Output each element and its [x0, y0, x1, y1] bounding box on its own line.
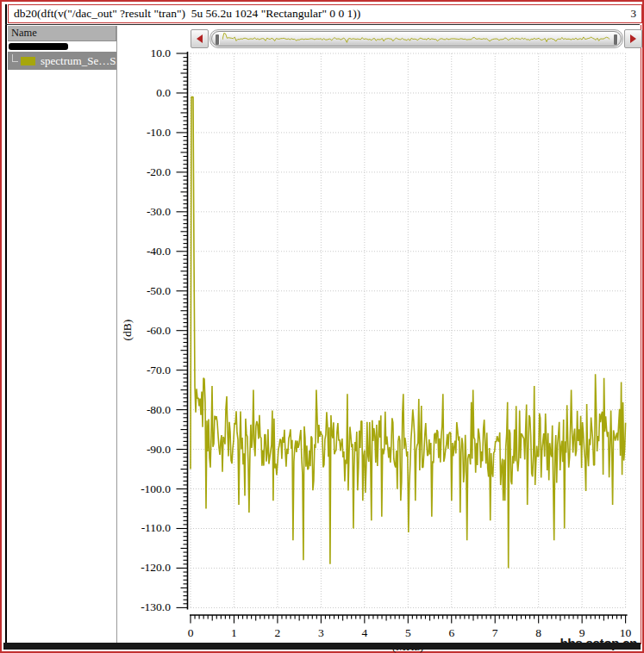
- x-tick-label: 9: [567, 626, 597, 640]
- y-tick-label: -130.0: [112, 600, 171, 614]
- x-tick-label: 8: [524, 626, 553, 640]
- y-tick-label: -70.0: [112, 364, 171, 377]
- y-tick-label: -20.0: [112, 165, 171, 179]
- y-tick-label: -80.0: [112, 403, 171, 417]
- y-tick-label: -40.0: [112, 245, 171, 258]
- y-tick-label: -60.0: [112, 324, 171, 338]
- y-tick-label: 10.0: [112, 47, 171, 60]
- y-tick-label: -30.0: [112, 205, 171, 219]
- x-tick-label: 10: [611, 626, 641, 640]
- x-tick-label: 0: [176, 626, 205, 640]
- y-tick-label: -50.0: [112, 284, 171, 298]
- waveform-window: db20(dft(v("/dac_out" ?result "tran") 5u…: [0, 0, 644, 653]
- x-tick-label: 1: [219, 626, 248, 640]
- y-tick-label: -90.0: [112, 443, 171, 457]
- y-tick-label: 0.0: [112, 86, 171, 100]
- bottom-strip: [3, 643, 641, 650]
- x-tick-label: 4: [350, 626, 379, 640]
- y-tick-label: -100.0: [112, 482, 171, 496]
- x-tick-label: 5: [393, 626, 422, 640]
- spectrum-plot[interactable]: [2, 2, 644, 653]
- x-tick-label: 6: [437, 626, 466, 640]
- x-tick-label: 3: [306, 626, 335, 640]
- x-axis-ruler: [190, 615, 628, 624]
- y-axis-ruler: [177, 52, 188, 609]
- y-tick-label: -110.0: [112, 521, 171, 535]
- x-tick-label: 2: [263, 626, 292, 640]
- x-tick-label: 7: [480, 626, 510, 640]
- y-tick-label: -10.0: [112, 126, 171, 140]
- y-tick-label: -120.0: [112, 561, 171, 575]
